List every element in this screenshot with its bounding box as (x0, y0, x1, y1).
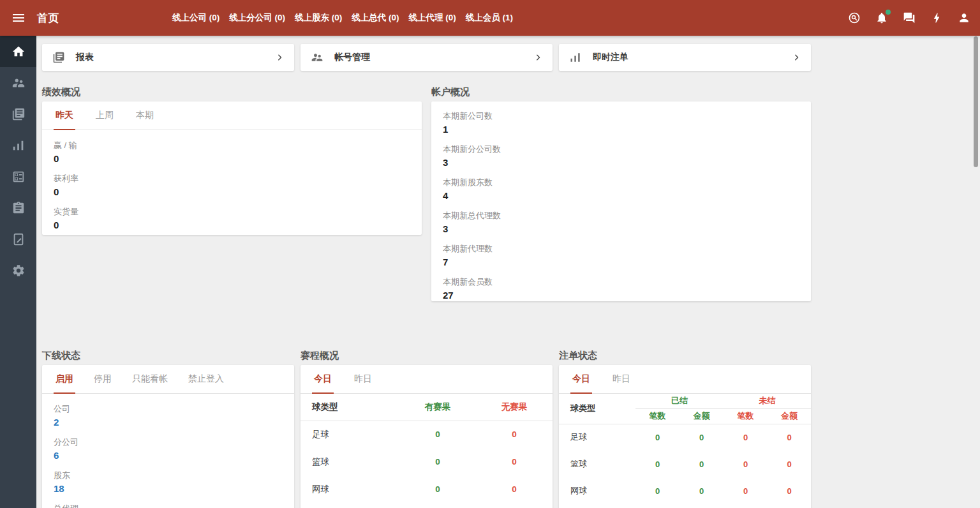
report-icon (52, 51, 65, 64)
chevron-right-icon (532, 52, 544, 63)
table-row: 网球 0 0 0 0 (559, 477, 811, 504)
quick-card-reports[interactable]: 报表 (42, 44, 294, 71)
tab-this-period[interactable]: 本期 (134, 101, 156, 130)
tab-yesterday[interactable]: 昨日 (352, 365, 374, 394)
stat-branches: 分公司 6 (54, 437, 283, 462)
section-title-schedule: 赛程概况 (301, 350, 339, 362)
chevron-right-icon (791, 52, 802, 63)
tab-login-forbidden[interactable]: 禁止登入 (186, 365, 226, 394)
accounts-card: 本期新公司数 1 本期新分公司数 3 本期新股东数 4 本期新总代理数 3 本期… (431, 101, 811, 301)
sidebar-item-home[interactable] (0, 36, 36, 67)
table-row: 足球 0 0 (301, 421, 553, 448)
tab-last-week[interactable]: 上周 (94, 101, 115, 130)
bar-chart-icon (11, 138, 26, 153)
sidebar-item-ledger[interactable] (0, 223, 36, 255)
downline-card: 启用 停用 只能看帐 禁止登入 公司 2 分公司 6 股东 18 (42, 365, 294, 508)
counter-online-master-agent[interactable]: 线上总代 (0) (352, 12, 399, 24)
people-icon (311, 51, 323, 64)
bet-status-tabs: 今日 昨日 (559, 365, 811, 394)
sidebar-nav (0, 36, 36, 508)
section-title-bet-status: 注单状态 (559, 350, 597, 362)
tab-yesterday[interactable]: 昨日 (611, 365, 632, 394)
stat-real-volume: 实货量 0 (54, 206, 410, 232)
schedule-card: 今日 昨日 球类型 有赛果 无赛果 足球 0 0 (301, 365, 553, 508)
stat-profit-rate: 获利率 0 (54, 173, 410, 198)
online-counters: 线上公司 (0) 线上分公司 (0) 线上股东 (0) 线上总代 (0) 线上代… (172, 0, 513, 36)
user-profile-icon[interactable] (958, 11, 970, 24)
stat-shareholders: 股东 18 (54, 470, 283, 495)
counter-online-member[interactable]: 线上会员 (1) (466, 12, 513, 24)
app-window: 首页 线上公司 (0) 线上分公司 (0) 线上股东 (0) 线上总代 (0) … (0, 0, 980, 508)
gear-icon (11, 264, 26, 278)
section-title-downline: 下线状态 (42, 350, 80, 362)
section-title-performance: 绩效概况 (42, 86, 80, 98)
tab-disabled[interactable]: 停用 (92, 365, 114, 394)
documents-icon (11, 107, 26, 121)
stat-new-master-agents: 本期新总代理数 3 (443, 210, 799, 235)
people-icon (11, 76, 26, 90)
tab-yesterday[interactable]: 昨天 (54, 101, 75, 130)
performance-tabs: 昨天 上周 本期 (42, 101, 422, 130)
stat-new-shareholders: 本期新股东数 4 (443, 177, 799, 202)
stat-companies: 公司 2 (54, 403, 283, 429)
stat-master-agents: 总代理 (54, 503, 283, 508)
stat-new-members: 本期新会员数 27 (443, 276, 799, 302)
quick-card-label: 帐号管理 (334, 52, 370, 63)
sidebar-item-orders[interactable] (0, 192, 36, 223)
section-title-accounts: 帐户概况 (431, 86, 470, 98)
menu-hamburger-icon[interactable] (11, 10, 26, 26)
bar-chart-icon (569, 51, 582, 64)
quick-card-account-management[interactable]: 帐号管理 (301, 44, 553, 71)
performance-card: 昨天 上周 本期 赢 / 输 0 获利率 0 实货量 0 (42, 101, 422, 235)
counter-online-agent[interactable]: 线上代理 (0) (409, 12, 456, 24)
sidebar-item-reports[interactable] (0, 98, 36, 130)
sidebar-item-settings[interactable] (0, 255, 36, 286)
counter-online-shareholder[interactable]: 线上股东 (0) (295, 12, 342, 24)
ledger-edit-icon (11, 232, 26, 246)
clipboard-icon (11, 201, 26, 215)
main-content: 报表 帐号管理 即时注单 绩效概况 帐户概况 昨天 上周 本期 赢 / 输 (36, 36, 980, 508)
counter-online-branch[interactable]: 线上分公司 (0) (229, 12, 285, 24)
tab-today[interactable]: 今日 (570, 365, 592, 394)
tab-enabled[interactable]: 启用 (54, 365, 75, 394)
schedule-tabs: 今日 昨日 (301, 365, 553, 394)
home-icon (11, 45, 26, 59)
stat-new-agents: 本期新代理数 7 (443, 243, 799, 269)
search-icon[interactable] (848, 11, 861, 24)
quick-actions-bolt-icon[interactable] (930, 11, 943, 24)
counter-online-company[interactable]: 线上公司 (0) (172, 12, 219, 24)
sidebar-item-accounts[interactable] (0, 67, 36, 98)
vertical-scrollbar[interactable] (974, 36, 978, 167)
stat-new-companies: 本期新公司数 1 (443, 110, 799, 136)
table-row: 足球 0 0 0 0 (559, 424, 811, 451)
quick-card-label: 报表 (76, 52, 94, 63)
page-title: 首页 (37, 11, 59, 26)
schedule-table: 球类型 有赛果 无赛果 足球 0 0 篮球 0 0 (301, 394, 553, 503)
topbar-actions (848, 0, 970, 36)
bet-status-table: 球类型 已结 未结 笔数 金额 笔数 金额 足球 0 0 (559, 394, 811, 504)
chevron-right-icon (274, 52, 285, 63)
downline-tabs: 启用 停用 只能看帐 禁止登入 (42, 365, 294, 394)
tab-today[interactable]: 今日 (312, 365, 334, 394)
tab-view-only[interactable]: 只能看帐 (130, 365, 170, 394)
notification-badge-dot (886, 10, 891, 15)
notifications-bell-icon[interactable] (875, 11, 888, 24)
table-row: 网球 0 0 (301, 475, 553, 503)
bet-status-card: 今日 昨日 球类型 已结 未结 笔数 金额 笔数 金额 (559, 365, 811, 508)
sidebar-item-statistics[interactable] (0, 130, 36, 161)
quick-card-label: 即时注单 (593, 52, 628, 63)
top-bar: 首页 线上公司 (0) 线上分公司 (0) 线上股东 (0) 线上总代 (0) … (0, 0, 980, 36)
stat-new-branches: 本期新分公司数 3 (443, 144, 799, 169)
messages-icon[interactable] (903, 11, 916, 24)
ballot-list-icon (11, 170, 26, 184)
stat-win-lose: 赢 / 输 0 (54, 140, 410, 165)
table-row: 篮球 0 0 (301, 448, 553, 475)
quick-card-live-bets[interactable]: 即时注单 (559, 44, 811, 71)
table-row: 篮球 0 0 0 0 (559, 451, 811, 477)
sidebar-item-management[interactable] (0, 161, 36, 192)
